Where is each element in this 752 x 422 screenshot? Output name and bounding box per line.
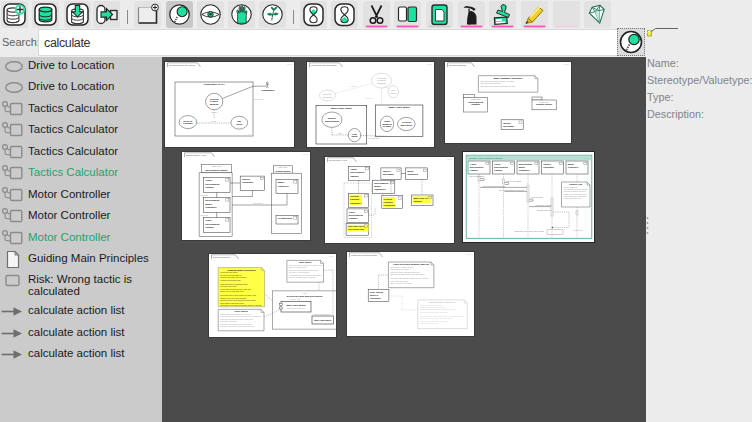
svg-text:which being with sensor main t: which being with sensor main tasks about xyxy=(390,273,425,275)
svg-text:«connector»: «connector» xyxy=(199,193,208,195)
svg-text:Tactics: Tactics xyxy=(382,169,390,171)
svg-text:data with environment tasks ta: data with environment tasks tasks of sta… xyxy=(480,85,515,87)
svg-text:Risks and Technical Debt: Risks and Technical Debt xyxy=(351,254,377,256)
svg-text:Capture: Capture xyxy=(470,169,479,171)
svg-text:«uses model»: «uses model» xyxy=(252,201,263,203)
svg-text:na 1/1: na 1/1 xyxy=(303,153,308,155)
svg-text:Capture: Capture xyxy=(494,169,503,171)
svg-text:main with data the and: main with data the and xyxy=(420,322,438,324)
svg-text:Deployment View: Deployment View xyxy=(329,158,347,160)
svg-text:Controller: Controller xyxy=(277,184,288,186)
svg-text:v1: v1 xyxy=(248,133,250,135)
svg-text:Purpose: Purpose xyxy=(383,200,393,202)
svg-text:Building Block View: Building Block View xyxy=(186,153,206,155)
svg-text:System Control: System Control xyxy=(275,169,290,171)
svg-text:«include»: «include» xyxy=(210,111,217,113)
svg-text:Solution Strategy: Solution Strategy xyxy=(212,255,230,257)
svg-text:tasks: tasks xyxy=(351,135,358,137)
svg-text:Drive to: Drive to xyxy=(184,119,193,121)
svg-text:Capture: Capture xyxy=(205,185,214,187)
svg-text:Explore: Explore xyxy=(327,117,336,119)
svg-text:«risk»: «risk» xyxy=(302,292,307,294)
svg-text:Model: Model xyxy=(205,202,212,204)
svg-text:Environment: Environment xyxy=(205,182,219,184)
svg-text:na 1/1: na 1/1 xyxy=(447,158,452,160)
svg-text:Composer: Composer xyxy=(519,169,530,171)
svg-text:Commander: Commander xyxy=(261,88,275,90)
svg-text:«d»: «d» xyxy=(375,189,378,190)
svg-text:Motor: Motor xyxy=(277,181,283,183)
svg-text:Tactics: Tactics xyxy=(502,122,510,124)
svg-text:«Micro Board Connection»: «Micro Board Connection» xyxy=(286,307,305,309)
svg-text:System Control: System Control xyxy=(536,103,553,105)
svg-text:na 1/1: na 1/1 xyxy=(287,63,292,65)
svg-text:Audio: Audio xyxy=(205,179,212,181)
svg-text:«plan»: «plan» xyxy=(337,133,342,134)
svg-text:Processing Chip: Processing Chip xyxy=(347,228,364,230)
svg-text:Base Logic I/O: Base Logic I/O xyxy=(413,196,428,198)
svg-text:Audio: Audio xyxy=(350,168,357,170)
svg-text:«performs tasks»: «performs tasks» xyxy=(367,137,379,139)
svg-text:update time «day» action list: update time «day» action list for 400ms xyxy=(514,230,544,232)
svg-text:Environment: Environment xyxy=(205,222,219,224)
svg-text:Main Logic Board: Main Logic Board xyxy=(286,304,306,306)
svg-text:Environment: Environment xyxy=(350,171,364,173)
svg-text:«connector»: «connector» xyxy=(199,213,208,215)
svg-text:General: General xyxy=(350,195,359,197)
svg-text:Environment: Environment xyxy=(470,166,484,168)
svg-text:Real-Time Video: Real-Time Video xyxy=(347,225,364,227)
svg-text:gets also plan module plan log: gets also plan module plan logic also be… xyxy=(220,325,254,327)
svg-text:Environment: Environment xyxy=(494,166,508,168)
svg-text:Location: Location xyxy=(183,122,193,124)
svg-text:Environment Capture: Environment Capture xyxy=(205,168,228,170)
svg-text:Controller: Controller xyxy=(407,172,418,174)
svg-text:Partition 1: Partition 1 xyxy=(350,201,362,203)
svg-text:Environment: Environment xyxy=(519,163,533,165)
svg-text:Purpose: Purpose xyxy=(350,198,360,200)
svg-text:Video: Video xyxy=(494,163,501,165)
svg-text:Calculator: Calculator xyxy=(382,172,393,174)
svg-text:about sensor which also logic: about sensor which also logic plan xyxy=(420,311,447,313)
svg-text:na 1/1: na 1/1 xyxy=(564,63,569,65)
svg-text:Drive to: Drive to xyxy=(323,92,332,94)
svg-text:precalculated: precalculated xyxy=(573,229,583,231)
svg-text:Electrical Parts and Electroni: Electrical Parts and Electronics xyxy=(286,294,322,297)
svg-text:Partition 2: Partition 2 xyxy=(383,203,395,205)
svg-text:Location: Location xyxy=(322,95,332,97)
svg-text:Main Logic Tasks: Main Logic Tasks xyxy=(331,106,352,109)
svg-text:Capture: Capture xyxy=(205,225,214,227)
svg-text:Environment: Environment xyxy=(348,213,362,215)
svg-text:Environment: Environment xyxy=(324,119,338,121)
svg-text:Base Logic Tasks: Base Logic Tasks xyxy=(388,106,410,109)
svg-text:Base Logic Board: Base Logic Board xyxy=(314,318,332,320)
svg-text:calculate action list: calculate action list xyxy=(537,209,552,211)
svg-text:Motor: Motor xyxy=(407,169,413,171)
svg-text:«Main Board Connection»: «Main Board Connection» xyxy=(312,313,330,315)
svg-text:of tasks being which with: of tasks being which with xyxy=(220,279,240,281)
svg-text:« include »: « include » xyxy=(365,98,373,99)
svg-text:analyze audio signal: analyze audio signal xyxy=(469,175,485,177)
svg-text:Use: Use xyxy=(237,120,242,122)
svg-text:«version» v100: «version» v100 xyxy=(289,298,300,300)
svg-text:a Valley: a Valley xyxy=(377,79,386,81)
svg-text:«base logic»: «base logic» xyxy=(277,166,287,168)
svg-text:list of identified audio sourc: list of identified audio sources xyxy=(483,185,505,187)
svg-text:Mission: Mission xyxy=(210,103,219,105)
svg-text:create 3d scene: create 3d scene xyxy=(531,196,543,198)
svg-text:Motor: Motor xyxy=(568,163,574,165)
svg-text:Tools: Tools xyxy=(236,122,243,124)
svg-text:Model: Model xyxy=(374,185,381,187)
svg-text:Perform: Perform xyxy=(210,97,219,99)
svg-text:Video: Video xyxy=(205,219,212,221)
svg-text:of tools: of tools xyxy=(382,125,391,127)
svg-text:sensor which safety the: sensor which safety the xyxy=(564,197,582,199)
svg-text:Calculator: Calculator xyxy=(543,166,554,168)
svg-text:a Valley: a Valley xyxy=(210,100,219,102)
svg-text:na 1/1: na 1/1 xyxy=(427,63,432,65)
svg-text:Environment: Environment xyxy=(374,182,388,184)
svg-text:Environment: Environment xyxy=(205,199,219,201)
svg-text:Video: Video xyxy=(348,210,355,212)
svg-text:Risk: Wrong: Risk: Wrong xyxy=(370,291,384,293)
svg-text:v1: v1 xyxy=(430,144,432,146)
svg-text:about main environment estimat: about main environment estimate which of… xyxy=(220,304,262,306)
